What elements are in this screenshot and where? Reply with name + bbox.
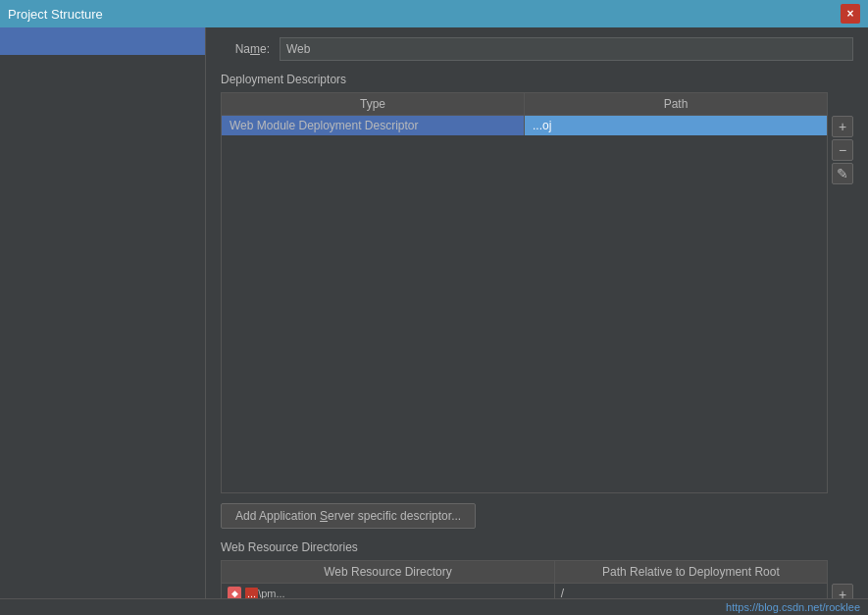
- descriptor-side-buttons: + − ✎: [832, 92, 853, 493]
- deployment-descriptors-section: Deployment Descriptors Type Path Web Mod: [221, 73, 853, 533]
- status-url: https://blog.csdn.net/rocklee: [726, 601, 860, 613]
- sidebar: [0, 27, 206, 615]
- title-bar: Project Structure ×: [0, 0, 868, 27]
- path-cell: ...oj: [525, 116, 828, 136]
- add-descriptor-button[interactable]: +: [832, 116, 853, 137]
- name-input[interactable]: [280, 37, 853, 61]
- name-label: Name:: [221, 42, 270, 56]
- sidebar-selected-item[interactable]: [0, 27, 205, 55]
- add-application-server-button[interactable]: Add Application Server specific descript…: [221, 503, 476, 529]
- col-path-header: Path: [525, 93, 828, 116]
- status-bar: https://blog.csdn.net/rocklee: [0, 598, 868, 615]
- web-resource-heading: Web Resource Directories: [221, 540, 853, 554]
- type-cell: Web Module Deployment Descriptor: [222, 116, 525, 136]
- col-relative-header: Path Relative to Deployment Root: [554, 561, 827, 584]
- descriptor-table-wrapper: Type Path Web Module Deployment Descript…: [221, 92, 828, 493]
- remove-descriptor-button[interactable]: −: [832, 139, 853, 161]
- col-type-header: Type: [222, 93, 525, 116]
- deployment-descriptors-heading: Deployment Descriptors: [221, 73, 853, 86]
- close-button[interactable]: ×: [841, 4, 860, 24]
- edit-descriptor-button[interactable]: ✎: [832, 163, 853, 184]
- descriptor-table: Type Path Web Module Deployment Descript…: [222, 93, 827, 135]
- name-row: Name:: [221, 37, 853, 61]
- web-resource-section: Web Resource Directories Web Resource Di…: [221, 540, 853, 605]
- main-content: Name: Deployment Descriptors Type Path: [206, 27, 868, 615]
- descriptor-table-area: Type Path Web Module Deployment Descript…: [221, 92, 853, 493]
- web-resource-table: Web Resource Directory Path Relative to …: [222, 561, 827, 603]
- table-row[interactable]: Web Module Deployment Descriptor ...oj: [222, 116, 827, 136]
- col-directory-header: Web Resource Directory: [222, 561, 554, 584]
- dialog-title: Project Structure: [8, 7, 103, 22]
